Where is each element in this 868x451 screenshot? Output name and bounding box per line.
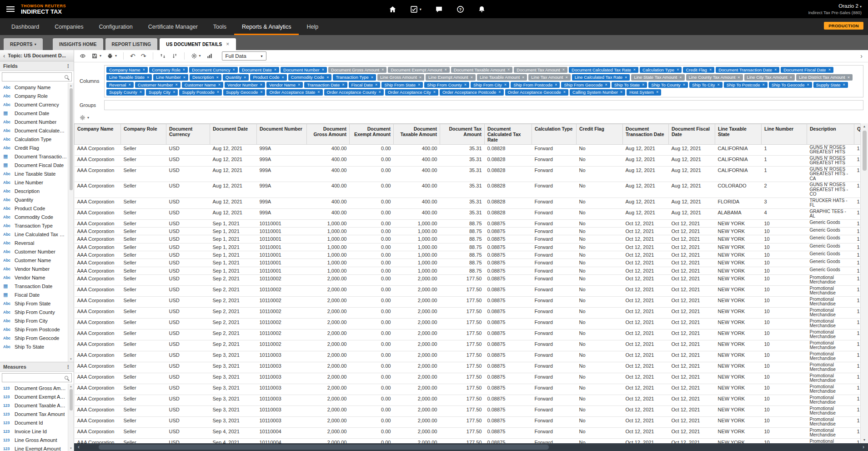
pill-remove-icon[interactable]: × [433,90,436,95]
field-item[interactable]: 123Line Exempt Amount [0,444,68,451]
table-row[interactable]: AAA CorporationSellerUSDAug 12, 2021999A… [75,155,861,166]
help-icon[interactable]: ? [457,5,464,13]
scroll-up-icon[interactable]: ▲ [863,124,866,129]
pill-remove-icon[interactable]: × [298,82,300,87]
column-pill[interactable]: Ship From City× [471,82,509,88]
column-pill[interactable]: Order Acceptance Postcode× [440,89,504,95]
field-item[interactable]: AbcReversal [0,238,68,247]
column-pill[interactable]: Line Taxable State× [106,74,152,80]
column-pill[interactable]: Calculation Type× [640,67,682,73]
redo-icon[interactable]: ↷ [141,53,146,59]
data-view-select[interactable]: Full Data ▾ [222,51,266,61]
table-row[interactable]: AAA CorporationSellerUSDSep 3, 202110110… [75,362,861,373]
table-row[interactable]: AAA CorporationSellerUSDSep 4, 202110110… [75,427,861,438]
tab-insights-home[interactable]: INSIGHTS HOME [53,38,103,50]
pill-remove-icon[interactable]: × [790,75,792,80]
vertical-scrollbar[interactable]: ▲ ▼ [860,123,868,443]
measures-search-input[interactable] [2,375,65,380]
scrollbar-thumb[interactable] [70,389,73,410]
nav-item-certificate-manager[interactable]: Certificate Manager [140,18,206,35]
user-menu[interactable]: Orazio 2 ▾ Indirect Tax Pre-Sales (880) [808,3,862,15]
column-pill[interactable]: Company Name× [106,67,148,73]
field-item[interactable]: 123Line Gross Amount [0,436,68,444]
column-header[interactable]: Document Tax Amount [440,124,485,144]
reports-menu-button[interactable]: REPORTS ▾ [4,38,43,50]
table-row[interactable]: AAA CorporationSellerUSDSep 3, 202110110… [75,373,861,384]
field-item[interactable]: ▦Transaction Date [0,282,68,290]
chat-icon[interactable] [435,5,443,13]
field-item[interactable]: AbcShip From City [0,316,68,325]
column-header[interactable]: Line Number [762,124,807,144]
measures-menu-icon[interactable]: ⋮ [65,364,70,370]
column-header[interactable]: Document Calculated Tax Rate [485,124,532,144]
tab-report-listing[interactable]: REPORT LISTING [105,38,158,50]
pill-remove-icon[interactable]: × [129,82,131,87]
pill-remove-icon[interactable]: × [498,90,501,95]
column-pill[interactable]: Document Tax Amount× [514,67,567,73]
column-pill[interactable]: Line Taxable Amount× [477,74,527,80]
column-pill[interactable]: Credit Flag× [683,67,714,73]
column-pill[interactable]: Document Date× [239,67,279,73]
field-item[interactable]: AbcDocument Number [0,117,68,126]
nav-item-tools[interactable]: Tools [206,18,234,35]
field-item[interactable]: AbcCalculation Type [0,135,68,143]
field-item[interactable]: AbcLine Taxable State [0,169,68,178]
column-header[interactable]: Line Taxable State [715,124,762,144]
pill-remove-icon[interactable]: × [555,82,557,87]
pill-remove-icon[interactable]: × [322,67,324,72]
field-item[interactable]: 123Document Gross Amou... [0,384,68,392]
scroll-down-icon[interactable]: ▼ [70,357,72,361]
column-pill[interactable]: Ship To County× [648,82,688,88]
column-header[interactable]: Document Fiscal Date [669,124,715,144]
horizontal-scrollbar[interactable]: ‹ › [74,443,868,451]
pill-remove-icon[interactable]: × [444,67,447,72]
column-header[interactable]: Company Role [121,124,166,144]
column-pill[interactable]: Document Taxable Amount× [451,67,513,73]
column-pill[interactable]: Ship From State× [381,82,423,88]
scroll-up-icon[interactable]: ▲ [70,385,72,388]
panel-expand-icon[interactable]: › [860,52,863,60]
field-item[interactable]: AbcCompany Name [0,83,68,91]
pill-remove-icon[interactable]: × [774,67,777,72]
field-item[interactable]: ▦Fiscal Date [0,290,68,299]
column-pill[interactable]: Order Acceptance County× [324,89,384,95]
pill-remove-icon[interactable]: × [274,67,276,72]
field-item[interactable]: 123Document Tax Amount [0,410,68,418]
column-pill[interactable]: Document Exempt Amount× [388,67,449,73]
table-row[interactable]: AAA CorporationSellerUSDSep 2, 202110110… [75,329,861,340]
field-item[interactable]: AbcProduct Code [0,204,68,213]
column-pill[interactable]: Transaction Date× [304,82,347,88]
column-pill[interactable]: Reversal× [106,82,134,88]
column-pill[interactable]: Line City Tax Amount× [744,74,795,80]
field-item[interactable]: AbcLine Calculated Tax Rate [0,230,68,238]
field-item[interactable]: AbcShip From Geocode [0,334,68,342]
nav-item-help[interactable]: Help [299,18,326,35]
table-row[interactable]: AAA CorporationSellerUSDSep 2, 202110110… [75,296,861,307]
pill-remove-icon[interactable]: × [563,90,566,95]
pill-remove-icon[interactable]: × [522,75,524,80]
column-header[interactable]: Document Currency [166,124,210,144]
table-row[interactable]: AAA CorporationSellerUSDAug 12, 2021999A… [75,182,861,198]
pill-remove-icon[interactable]: × [140,90,142,95]
nav-item-dashboard[interactable]: Dashboard [4,18,47,35]
pill-remove-icon[interactable]: × [216,75,218,80]
tab-us-document-details[interactable]: US DOCUMENT DETAILS× [160,38,236,50]
column-pill[interactable]: Supply City× [146,89,178,95]
column-header[interactable]: Document Transaction Date [623,124,669,144]
column-pill[interactable]: Supply State× [813,82,848,88]
column-pill[interactable]: Line Gross Amount× [377,74,424,80]
field-item[interactable]: AbcCustomer Number [0,247,68,256]
column-header[interactable]: Document Gross Amount [307,124,350,144]
pill-remove-icon[interactable]: × [677,67,679,72]
columns-shelf[interactable]: Company Name×Company Role×Document Curre… [104,65,863,97]
column-pill[interactable]: Order Acceptance State× [266,89,322,95]
pill-remove-icon[interactable]: × [633,67,636,72]
pill-remove-icon[interactable]: × [371,75,373,80]
table-row[interactable]: AAA CorporationSellerUSDAug 12, 2021999A… [75,208,861,219]
field-item[interactable]: ▦Document Fiscal Date [0,161,68,169]
table-row[interactable]: AAA CorporationSellerUSDSep 2, 202110110… [75,285,861,296]
table-row[interactable]: AAA CorporationSellerUSDSep 2, 202110110… [75,318,861,329]
column-pill[interactable]: Document Currency× [189,67,238,73]
pill-remove-icon[interactable]: × [848,75,850,80]
nav-item-configuration[interactable]: Configuration [91,18,140,35]
